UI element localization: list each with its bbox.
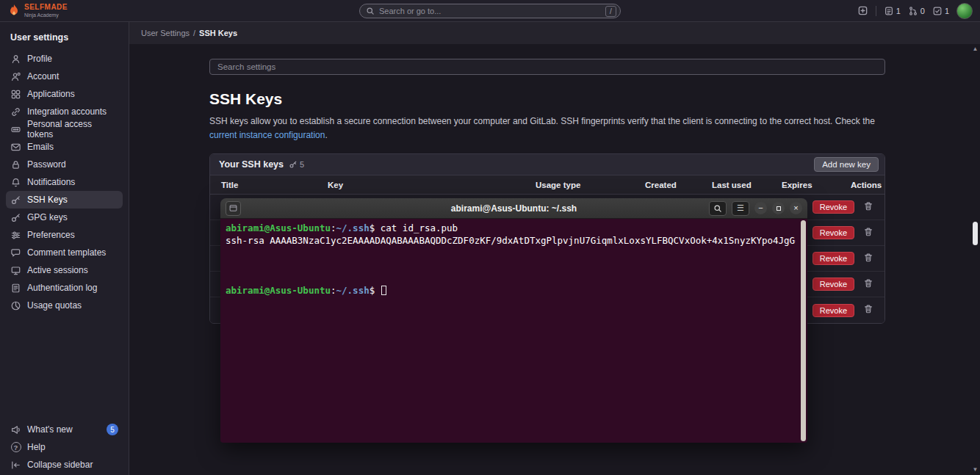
log-document-icon	[10, 283, 21, 294]
todos-counter[interactable]: 1	[932, 6, 949, 16]
whats-new-badge: 5	[107, 424, 118, 435]
terminal-scrollbar[interactable]	[801, 220, 806, 441]
global-search[interactable]: /	[359, 4, 621, 18]
global-search-input[interactable]	[379, 7, 601, 15]
sidebar-item-active-sessions[interactable]: Active sessions	[6, 261, 123, 279]
pie-chart-icon	[10, 300, 21, 311]
breadcrumb-parent[interactable]: User Settings	[141, 29, 190, 37]
delete-key-button[interactable]	[863, 278, 873, 291]
terminal-new-tab-button[interactable]	[226, 201, 241, 216]
whats-new-label: What's new	[27, 424, 73, 435]
sliders-icon	[10, 230, 21, 241]
merge-request-icon	[908, 6, 918, 16]
key-count-value: 5	[300, 160, 304, 169]
delete-key-button[interactable]	[863, 201, 873, 214]
delete-key-button[interactable]	[863, 253, 873, 265]
sidebar-item-gpg-keys[interactable]: GPG keys	[6, 209, 123, 226]
column-expires: Expires	[782, 181, 851, 189]
add-new-key-button[interactable]: Add new key	[814, 157, 879, 172]
page-title: SSH Keys	[209, 90, 885, 108]
delete-key-button[interactable]	[863, 227, 873, 239]
sidebar-item-ssh-keys[interactable]: SSH Keys	[6, 191, 123, 209]
prompt-user: abirami@Asus-Ubuntu	[226, 222, 331, 233]
sidebar-item-label: Personal access tokens	[27, 119, 118, 139]
lock-icon	[10, 159, 21, 170]
page-description: SSH keys allow you to establish a secure…	[209, 115, 885, 142]
revoke-button[interactable]: Revoke	[813, 304, 854, 317]
sidebar-item-comment-templates[interactable]: Comment templates	[6, 244, 123, 261]
sidebar-item-notifications[interactable]: Notifications	[6, 173, 123, 191]
terminal-cursor	[381, 286, 386, 295]
terminal-minimize-button[interactable]: −	[754, 202, 767, 214]
terminal-maximize-button[interactable]	[772, 202, 785, 214]
sidebar-item-account[interactable]: Account	[6, 68, 123, 85]
issues-counter[interactable]: 1	[884, 6, 901, 16]
revoke-button[interactable]: Revoke	[813, 200, 854, 214]
create-new-button[interactable]	[857, 5, 868, 16]
sidebar-item-profile[interactable]: Profile	[6, 50, 123, 68]
terminal-menu-button[interactable]: ☰	[732, 201, 749, 216]
prompt-symbol: $	[370, 285, 381, 296]
sidebar-item-usage-quotas[interactable]: Usage quotas	[6, 297, 123, 314]
sidebar-item-authentication-log[interactable]: Authentication log	[6, 279, 123, 297]
terminal-command-line: abirami@Asus-Ubuntu:~/.ssh$ cat id_rsa.p…	[226, 222, 796, 234]
sidebar-item-label: Applications	[27, 89, 75, 99]
breadcrumb-separator: /	[193, 29, 195, 37]
create-new-icon	[857, 5, 868, 16]
prompt-symbol: $	[370, 222, 381, 233]
prompt-user: abirami@Asus-Ubuntu	[226, 285, 331, 296]
sidebar-item-integration-accounts[interactable]: Integration accounts	[6, 103, 123, 120]
scrollbar-thumb[interactable]	[973, 222, 978, 245]
terminal-body[interactable]: abirami@Asus-Ubuntu:~/.ssh$ cat id_rsa.p…	[220, 219, 807, 443]
settings-search-input[interactable]	[209, 59, 885, 75]
revoke-button[interactable]: Revoke	[813, 226, 854, 239]
table-header-row: Title Key Usage type Created Last used E…	[210, 175, 884, 195]
collapse-sidebar-icon	[10, 460, 21, 471]
terminal-window[interactable]: abirami@Asus-Ubuntu: ~/.ssh ☰ − × abiram…	[220, 198, 807, 443]
prompt-separator: :	[331, 285, 336, 296]
sidebar-item-preferences[interactable]: Preferences	[6, 226, 123, 244]
scroll-up-arrow[interactable]: ▲	[973, 46, 979, 53]
todos-count: 1	[945, 7, 949, 15]
column-actions: Actions	[851, 181, 882, 189]
page-scrollbar[interactable]: ▲ ▼	[971, 46, 979, 474]
todo-check-icon	[932, 6, 943, 16]
search-icon	[366, 7, 375, 15]
column-last-used: Last used	[712, 181, 782, 189]
brand-logo[interactable]: SELFMADE Ninja Academy	[7, 4, 68, 18]
revoke-button[interactable]: Revoke	[813, 278, 854, 291]
sidebar-item-label: Preferences	[27, 230, 75, 240]
whats-new-button[interactable]: What's new 5	[6, 421, 123, 438]
search-shortcut-key: /	[605, 6, 616, 17]
comment-bubble-icon	[10, 247, 21, 258]
gpg-key-icon	[10, 212, 21, 223]
scroll-down-arrow[interactable]: ▼	[973, 466, 979, 474]
terminal-close-button[interactable]: ×	[790, 202, 802, 214]
sidebar-item-applications[interactable]: Applications	[6, 85, 123, 103]
terminal-tab-icon	[228, 203, 238, 213]
revoke-button[interactable]: Revoke	[813, 252, 854, 265]
help-button[interactable]: ? Help	[6, 438, 123, 456]
collapse-sidebar-button[interactable]: Collapse sidebar	[6, 456, 123, 474]
sidebar-item-personal-access-tokens[interactable]: Personal access tokens	[6, 120, 123, 138]
terminal-search-button[interactable]	[709, 201, 727, 216]
column-usage-type: Usage type	[536, 181, 645, 189]
hamburger-menu-icon: ☰	[737, 203, 744, 213]
sidebar-item-label: Active sessions	[27, 265, 88, 275]
terminal-output-line: ssh-rsa AAAAB3NzaC1yc2EAAAADAQABAAABAQDD…	[226, 234, 796, 247]
merge-requests-counter[interactable]: 0	[908, 6, 925, 16]
sidebar-item-password[interactable]: Password	[6, 156, 123, 173]
breadcrumb-current: SSH Keys	[199, 29, 237, 37]
user-avatar[interactable]	[956, 3, 973, 19]
sidebar-item-label: Integration accounts	[27, 106, 107, 117]
sidebar-item-emails[interactable]: Emails	[6, 138, 123, 156]
help-label: Help	[27, 442, 46, 452]
delete-key-button[interactable]	[863, 304, 873, 316]
collapse-sidebar-label: Collapse sidebar	[27, 460, 93, 470]
column-key: Key	[328, 181, 536, 189]
terminal-titlebar[interactable]: abirami@Asus-Ubuntu: ~/.ssh ☰ − ×	[220, 198, 807, 219]
issues-icon	[884, 6, 894, 16]
sidebar-item-label: Account	[27, 71, 59, 81]
sidebar-item-label: Emails	[27, 142, 54, 152]
instance-configuration-link[interactable]: current instance configuration	[209, 130, 325, 140]
